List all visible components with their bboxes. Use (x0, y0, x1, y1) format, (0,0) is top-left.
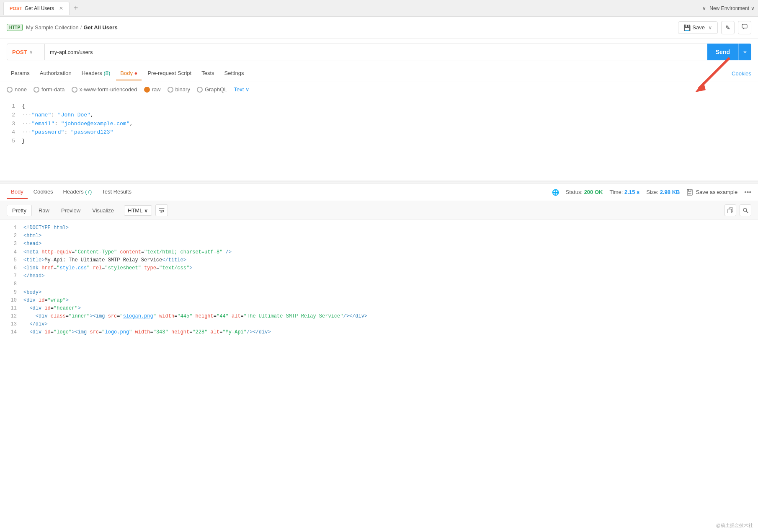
search-icon (743, 207, 748, 213)
tab-tests[interactable]: Tests (197, 67, 218, 80)
svg-rect-2 (687, 189, 692, 195)
format-chevron-icon: ∨ (144, 207, 148, 214)
method-chevron-icon: ∨ (29, 49, 33, 55)
collection-name[interactable]: My Sample Collection (26, 24, 79, 31)
breadcrumb-separator: / (80, 24, 82, 31)
line-number: 10 (7, 297, 17, 305)
tab-body[interactable]: Body ● (116, 67, 142, 80)
html-line-10: 10 <div id="wrap"> (7, 297, 751, 305)
view-visualize-button[interactable]: Visualize (87, 205, 119, 216)
code-text: <div id="header"> (23, 305, 81, 312)
method-selector[interactable]: POST ∨ (7, 44, 44, 60)
html-line-14: 14 <div id="logo"><img src="logo.png" wi… (7, 328, 751, 336)
resp-tab-cookies[interactable]: Cookies (29, 185, 57, 199)
more-options-button[interactable]: ••• (744, 189, 751, 196)
save-chevron-icon: ∨ (708, 24, 712, 31)
copy-response-button[interactable] (724, 204, 736, 216)
code-line-3: 3 ···"email": "johndoe@example.com", (7, 120, 751, 129)
body-option-none[interactable]: none (7, 86, 27, 93)
tab-params[interactable]: Params (7, 67, 34, 80)
line-number: 2 (7, 232, 17, 240)
code-indent: ··· (22, 112, 31, 118)
tab-authorization[interactable]: Authorization (36, 67, 76, 80)
line-number: 1 (7, 102, 15, 111)
radio-none (7, 87, 13, 93)
code-value: "johndoe@example.com" (61, 121, 130, 127)
code-text: <div id="logo"><img src="logo.png" width… (23, 328, 271, 336)
body-option-raw[interactable]: raw (144, 86, 161, 93)
resp-tab-test-results[interactable]: Test Results (98, 185, 136, 199)
request-name: Get All Users (83, 24, 117, 31)
format-label: HTML (128, 207, 142, 214)
tab-title: Get All Users (25, 5, 54, 11)
request-body-editor[interactable]: 1 { 2 ···"name": "John Doe", 3 ···"email… (0, 97, 758, 181)
body-none-label: none (15, 86, 27, 93)
code-key: "email" (31, 121, 54, 127)
code-text: <body> (23, 289, 41, 297)
resp-tab-headers[interactable]: Headers (7) (59, 185, 96, 199)
response-status: 🌐 Status: 200 OK Time: 2.15 s Size: 2.98… (552, 189, 751, 196)
html-line-13: 13 </div> (7, 320, 751, 328)
send-button[interactable]: Send (707, 44, 751, 60)
svg-point-5 (743, 208, 747, 212)
response-tabs-bar: Body Cookies Headers (7) Test Results 🌐 … (0, 183, 758, 201)
view-preview-button[interactable]: Preview (56, 205, 85, 216)
body-graphql-label: GraphQL (205, 86, 227, 93)
body-option-binary[interactable]: binary (168, 86, 190, 93)
line-number: 1 (7, 224, 17, 232)
view-raw-button[interactable]: Raw (34, 205, 54, 216)
edit-icon: ✎ (725, 24, 730, 31)
search-response-button[interactable] (740, 204, 751, 216)
environment-selector[interactable]: New Environment ∨ (709, 5, 755, 11)
tab-headers[interactable]: Headers (8) (77, 67, 115, 80)
code-line-2: 2 ···"name": "John Doe", (7, 111, 751, 120)
body-dot: ● (134, 70, 138, 76)
env-chevron-icon: ∨ (751, 5, 755, 11)
body-option-urlencoded[interactable]: x-www-form-urlencoded (72, 86, 137, 93)
resp-tab-body[interactable]: Body (7, 185, 28, 199)
request-tabs: Params Authorization Headers (8) Body ● … (0, 65, 758, 82)
new-tab-button[interactable]: + (70, 4, 82, 13)
body-option-graphql[interactable]: GraphQL (197, 86, 227, 93)
save-button[interactable]: 💾 Save ∨ (678, 21, 718, 34)
html-line-1: 1 <!DOCTYPE html> (7, 224, 751, 232)
wrap-icon (159, 208, 165, 213)
globe-icon: 🌐 (552, 189, 559, 196)
html-line-9: 9 <body> (7, 289, 751, 297)
url-input[interactable] (44, 44, 707, 60)
cookies-link[interactable]: Cookies (732, 70, 751, 77)
environment-name: New Environment (709, 5, 749, 11)
text-format-selector[interactable]: Text ∨ (234, 86, 250, 93)
comment-button[interactable] (738, 21, 751, 34)
code-line-4: 4 ···"password": "password123" (7, 128, 751, 137)
line-number: 7 (7, 272, 17, 280)
response-actions (724, 204, 751, 216)
body-option-form-data[interactable]: form-data (34, 86, 65, 93)
html-line-11: 11 <div id="header"> (7, 305, 751, 312)
tab-close-icon[interactable]: ✕ (59, 5, 63, 11)
code-line-5: 5 } (7, 137, 751, 146)
tab-bar: POST Get All Users ✕ + ∨ New Environment… (0, 0, 758, 17)
save-example-button[interactable]: Save as example (686, 189, 737, 196)
response-format-selector[interactable]: HTML ∨ (124, 205, 152, 216)
size-label: Size: 2.98 KB (646, 189, 680, 195)
tab-settings[interactable]: Settings (220, 67, 248, 80)
code-content: { (22, 102, 25, 111)
code-text: <div class="inner"><img src="slogan.png"… (23, 312, 367, 320)
code-value: "password123" (71, 129, 113, 135)
code-text: <title>My-Api: The Ultimate SMTP Relay S… (23, 256, 186, 264)
line-number: 6 (7, 264, 17, 272)
edit-button[interactable]: ✎ (721, 21, 735, 34)
radio-urlencoded (72, 87, 77, 93)
send-chevron-icon[interactable] (738, 44, 751, 60)
tab-pre-request[interactable]: Pre-request Script (143, 67, 196, 80)
word-wrap-button[interactable] (155, 204, 168, 216)
code-text: <meta http-equiv="Content-Type" content=… (23, 248, 232, 256)
save-example-icon (686, 189, 693, 196)
body-urlencoded-label: x-www-form-urlencoded (80, 86, 137, 93)
active-tab[interactable]: POST Get All Users ✕ (3, 2, 70, 15)
response-body-content[interactable]: 1 <!DOCTYPE html> 2 <html> 3 <head> 4 <m… (0, 220, 758, 341)
view-pretty-button[interactable]: Pretty (7, 205, 32, 216)
line-number: 4 (7, 128, 15, 137)
radio-binary (168, 87, 173, 93)
